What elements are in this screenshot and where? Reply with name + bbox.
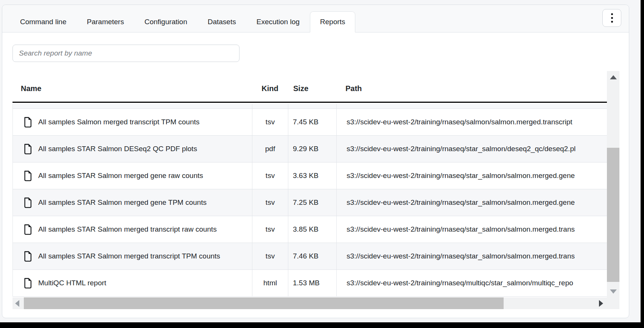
tab-bar: Command line Parameters Configuration Da…: [2, 5, 629, 32]
overflow-menu-button[interactable]: [602, 9, 621, 27]
report-path: s3://scidev-eu-west-2/training/rnaseq/mu…: [336, 270, 607, 296]
report-path: s3://scidev-eu-west-2/training/rnaseq/st…: [336, 189, 607, 216]
file-icon: [23, 251, 33, 262]
file-icon: [23, 277, 33, 289]
horizontal-scrollbar-thumb[interactable]: [24, 297, 504, 309]
report-path: s3://scidev-eu-west-2/training/rnaseq/st…: [336, 243, 607, 269]
table-row[interactable]: All samples STAR Salmon merged transcrip…: [13, 243, 607, 270]
report-name: All samples Salmon merged transcript TPM…: [38, 118, 199, 126]
tab-datasets[interactable]: Datasets: [198, 11, 246, 32]
report-kind: tsv: [252, 243, 288, 269]
file-icon: [23, 197, 33, 209]
report-size: 7.46 KB: [288, 243, 336, 269]
report-size: 9.29 KB: [288, 136, 336, 162]
file-icon: [23, 143, 33, 155]
report-size: 7.45 KB: [288, 109, 336, 135]
scroll-up-arrow-icon[interactable]: [610, 75, 617, 79]
tab-reports[interactable]: Reports: [310, 11, 356, 32]
report-size: 7.25 KB: [288, 189, 336, 216]
table-row-partially-scrolled[interactable]: [13, 104, 607, 109]
tab-list: Command line Parameters Configuration Da…: [10, 11, 355, 32]
file-icon: [23, 224, 33, 235]
table-header-row: Name Kind Size Path: [12, 70, 607, 103]
report-size: 1.53 MB: [288, 270, 336, 296]
report-name: All samples STAR Salmon merged transcrip…: [38, 225, 217, 234]
report-size: 3.85 KB: [288, 216, 336, 243]
report-kind: tsv: [252, 162, 288, 189]
vertical-scrollbar[interactable]: [607, 71, 619, 309]
scroll-left-arrow-icon[interactable]: [15, 300, 19, 307]
app-window: Command line Parameters Configuration Da…: [0, 0, 641, 322]
kebab-menu-icon: [611, 17, 613, 19]
report-name: All samples STAR Salmon merged gene TPM …: [38, 198, 207, 207]
tab-execution-log[interactable]: Execution log: [246, 11, 310, 32]
table-row[interactable]: All samples STAR Salmon merged transcrip…: [13, 216, 607, 243]
scroll-down-arrow-icon[interactable]: [610, 289, 617, 294]
report-path: s3://scidev-eu-west-2/training/rnaseq/st…: [336, 216, 607, 243]
kebab-menu-icon: [611, 21, 613, 23]
report-name: All samples STAR Salmon DESeq2 QC PDF pl…: [38, 145, 197, 153]
reports-table: Name Kind Size Path: [12, 70, 619, 309]
table-row[interactable]: All samples STAR Salmon merged gene TPM …: [13, 189, 607, 216]
column-header-kind: Kind: [252, 79, 288, 93]
report-kind: tsv: [252, 109, 288, 135]
report-size: 3.63 KB: [288, 162, 336, 189]
tab-configuration[interactable]: Configuration: [134, 11, 198, 32]
report-name: All samples STAR Salmon merged gene raw …: [38, 172, 203, 180]
table-row[interactable]: MultiQC HTML report html 1.53 MB s3://sc…: [13, 270, 607, 297]
table-body: All samples Salmon merged transcript TPM…: [12, 104, 607, 297]
table-row[interactable]: All samples Salmon merged transcript TPM…: [13, 109, 607, 136]
horizontal-scrollbar[interactable]: [12, 297, 607, 309]
report-kind: tsv: [252, 216, 288, 243]
report-kind: tsv: [252, 189, 288, 216]
search-input[interactable]: [12, 45, 240, 62]
report-path: s3://scidev-eu-west-2/training/rnaseq/sa…: [336, 109, 607, 135]
file-icon: [23, 116, 33, 128]
column-header-path: Path: [336, 79, 607, 93]
vertical-scrollbar-thumb[interactable]: [607, 148, 619, 282]
kebab-menu-icon: [611, 13, 613, 15]
report-kind: html: [252, 270, 288, 296]
column-header-size: Size: [288, 79, 336, 93]
scrollbar-corner: [607, 297, 619, 309]
report-path: s3://scidev-eu-west-2/training/rnaseq/st…: [336, 162, 607, 189]
column-header-name: Name: [12, 79, 252, 93]
table-row[interactable]: All samples STAR Salmon merged gene raw …: [13, 162, 607, 189]
tab-parameters[interactable]: Parameters: [77, 11, 134, 32]
run-details-panel: Command line Parameters Configuration Da…: [2, 5, 629, 318]
file-icon: [23, 170, 33, 182]
table-row[interactable]: All samples STAR Salmon DESeq2 QC PDF pl…: [13, 136, 607, 162]
scroll-right-arrow-icon[interactable]: [599, 300, 603, 307]
report-kind: pdf: [252, 136, 288, 162]
report-name: MultiQC HTML report: [38, 279, 106, 287]
report-path: s3://scidev-eu-west-2/training/rnaseq/st…: [336, 136, 607, 162]
report-name: All samples STAR Salmon merged transcrip…: [38, 252, 220, 260]
tab-command-line[interactable]: Command line: [10, 11, 77, 32]
